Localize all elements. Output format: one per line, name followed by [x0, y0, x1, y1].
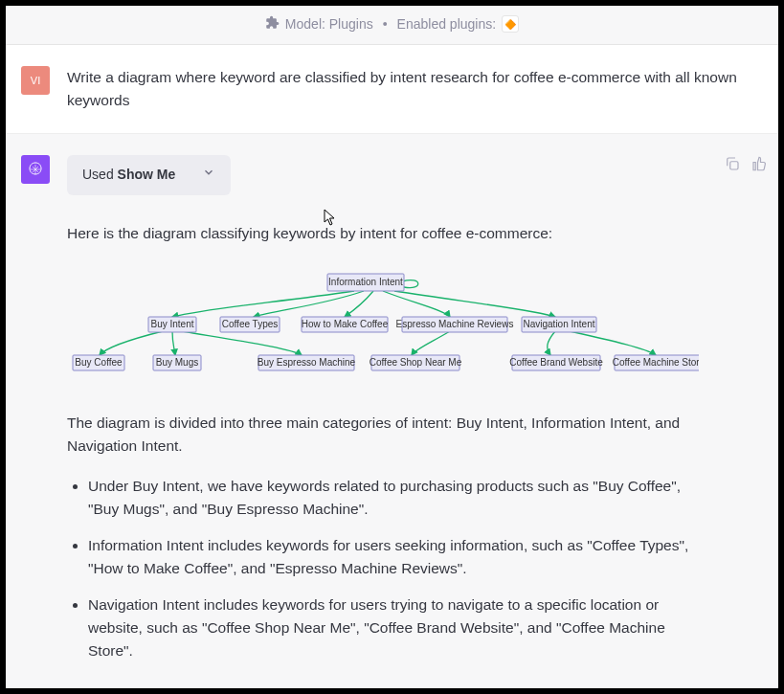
user-message-text: Write a diagram where keyword are classi…: [67, 66, 763, 112]
plugin-chip-icon[interactable]: 🔶: [502, 15, 519, 33]
node-l1-1: Coffee Types: [222, 318, 279, 328]
dot-sep: •: [383, 16, 388, 32]
model-label: Model: Plugins: [285, 16, 373, 32]
assistant-bullets: Under Buy Intent, we have keywords relat…: [77, 475, 699, 662]
node-l1-0: Buy Intent: [150, 318, 193, 328]
copy-icon[interactable]: [724, 155, 741, 172]
thumbs-down-icon[interactable]: [777, 155, 778, 172]
node-l1-2: How to Make Coffee: [302, 318, 389, 328]
node-l2l-2: Buy Espresso Machine: [258, 356, 356, 367]
assistant-summary: The diagram is divided into three main c…: [67, 412, 699, 458]
message-actions: [724, 155, 778, 676]
enabled-plugins-label: Enabled plugins:: [397, 16, 497, 32]
node-l2r-0: Coffee Brand Website: [509, 356, 603, 367]
plugin-used-chip[interactable]: Used Show Me: [67, 155, 231, 195]
user-message-row: VI Write a diagram where keyword are cla…: [6, 45, 778, 134]
plugin-used-name: Show Me: [118, 167, 176, 182]
assistant-avatar: [21, 155, 50, 184]
puzzle-icon: [265, 15, 280, 33]
node-l2l-1: Buy Mugs: [156, 356, 198, 367]
chevron-down-icon: [202, 165, 215, 186]
node-l1-4: Navigation Intent: [523, 318, 594, 328]
model-header: Model: Plugins • Enabled plugins: 🔶: [6, 6, 778, 45]
node-l2m-0: Coffee Shop Near Me: [370, 356, 462, 367]
user-avatar: VI: [21, 66, 50, 95]
bullet-2: Navigation Intent includes keywords for …: [88, 593, 699, 662]
node-l2l-0: Buy Coffee: [75, 356, 123, 367]
node-l2r-1: Coffee Machine Store: [613, 356, 699, 367]
assistant-content: Used Show Me Here is the diagram classif…: [67, 155, 699, 676]
thumbs-up-icon[interactable]: [750, 155, 768, 172]
bullet-0: Under Buy Intent, we have keywords relat…: [88, 475, 699, 521]
diagram: Information Intent Buy Intent Coffee Typ…: [67, 264, 699, 389]
svg-rect-12: [730, 162, 738, 169]
node-l1-3: Espresso Machine Reviews: [396, 318, 514, 328]
assistant-intro: Here is the diagram classifying keywords…: [67, 222, 699, 245]
assistant-message-row: Used Show Me Here is the diagram classif…: [6, 134, 778, 688]
node-root: Information Intent: [328, 276, 403, 286]
bullet-1: Information Intent includes keywords for…: [88, 534, 699, 580]
plugin-used-prefix: Used: [82, 167, 118, 182]
